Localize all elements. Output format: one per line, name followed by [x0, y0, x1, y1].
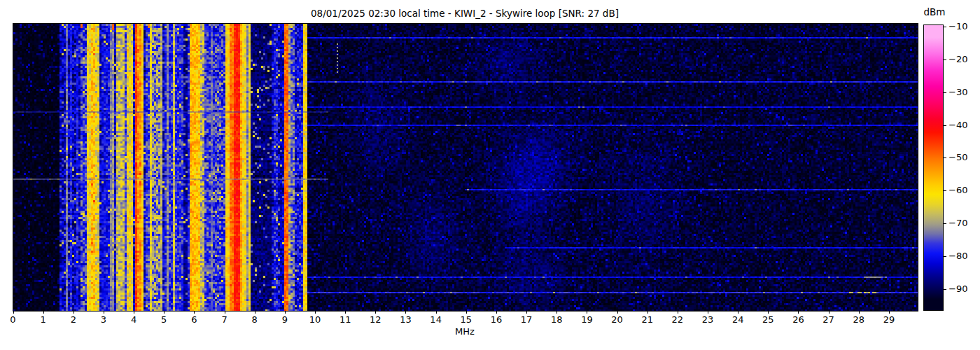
x-tick-label: 14	[427, 314, 445, 325]
x-tick-label: 13	[396, 314, 414, 325]
colorbar-tick-mark	[944, 223, 946, 224]
x-tick-mark	[436, 311, 437, 314]
x-tick-mark	[466, 311, 467, 314]
x-tick-mark	[617, 311, 618, 314]
x-tick-mark	[345, 311, 346, 314]
x-tick-label: 0	[4, 314, 22, 325]
x-tick-label: 18	[547, 314, 566, 325]
colorbar-tick-label: −90	[948, 284, 978, 295]
x-tick-mark	[889, 311, 890, 314]
colorbar-tick-mark	[944, 158, 946, 158]
x-tick-mark	[798, 311, 799, 314]
x-tick-label: 6	[185, 314, 203, 325]
x-tick-label: 29	[880, 314, 898, 325]
x-tick-label: 2	[64, 314, 83, 325]
colorbar	[923, 24, 944, 311]
colorbar-tick-label: −60	[948, 185, 978, 196]
x-tick-label: 11	[336, 314, 354, 325]
x-tick-label: 28	[850, 314, 868, 325]
x-tick-mark	[104, 311, 104, 314]
x-tick-label: 25	[759, 314, 777, 325]
x-tick-mark	[375, 311, 376, 314]
colorbar-tick-label: −50	[948, 152, 978, 163]
x-axis-label: MHz	[13, 326, 917, 337]
x-tick-mark	[496, 311, 497, 314]
colorbar-label: dBm	[913, 6, 955, 18]
x-tick-label: 16	[487, 314, 505, 325]
x-tick-mark	[556, 311, 557, 314]
x-tick-label: 7	[216, 314, 234, 325]
colorbar-tick-mark	[944, 27, 946, 27]
x-tick-label: 21	[638, 314, 657, 325]
x-tick-mark	[678, 311, 678, 314]
x-tick-label: 10	[306, 314, 324, 325]
x-tick-label: 17	[517, 314, 536, 325]
x-tick-mark	[768, 311, 769, 314]
x-tick-label: 8	[246, 314, 264, 325]
x-tick-mark	[225, 311, 225, 314]
x-tick-mark	[134, 311, 134, 314]
x-tick-label: 3	[94, 314, 113, 325]
x-tick-mark	[194, 311, 195, 314]
chart-title: 08/01/2025 02:30 local time - KIWI_2 - S…	[13, 8, 917, 19]
x-tick-mark	[255, 311, 255, 314]
x-tick-mark	[405, 311, 406, 314]
x-tick-label: 12	[366, 314, 384, 325]
colorbar-tick-label: −10	[948, 21, 978, 32]
x-tick-label: 15	[457, 314, 475, 325]
colorbar-tick-label: −30	[948, 87, 978, 98]
x-tick-label: 23	[699, 314, 717, 325]
x-tick-mark	[43, 311, 44, 314]
x-tick-label: 4	[125, 314, 143, 325]
x-tick-mark	[315, 311, 316, 314]
waterfall-heatmap-canvas	[13, 24, 918, 311]
plot-area	[13, 23, 918, 312]
colorbar-tick-mark	[944, 59, 946, 60]
colorbar-tick-mark	[944, 125, 946, 126]
x-tick-label: 24	[729, 314, 747, 325]
x-tick-mark	[738, 311, 738, 314]
colorbar-tick-label: −80	[948, 251, 978, 262]
colorbar-tick-mark	[944, 92, 946, 93]
x-tick-label: 26	[789, 314, 807, 325]
spectrogram-figure: 08/01/2025 02:30 local time - KIWI_2 - S…	[0, 0, 980, 350]
x-tick-mark	[74, 311, 74, 314]
x-tick-mark	[648, 311, 648, 314]
x-tick-label: 1	[34, 314, 52, 325]
colorbar-tick-label: −40	[948, 120, 978, 131]
colorbar-tick-label: −20	[948, 54, 978, 65]
x-tick-mark	[164, 311, 164, 314]
colorbar-tick-label: −70	[948, 218, 978, 229]
x-tick-mark	[708, 311, 708, 314]
x-tick-mark	[526, 311, 527, 314]
colorbar-tick-mark	[944, 256, 946, 257]
x-tick-label: 5	[155, 314, 173, 325]
x-tick-mark	[285, 311, 286, 314]
x-tick-label: 19	[578, 314, 596, 325]
colorbar-tick-mark	[944, 289, 946, 290]
x-tick-mark	[13, 311, 14, 314]
x-tick-mark	[587, 311, 587, 314]
colorbar-tick-mark	[944, 190, 946, 191]
x-tick-label: 9	[276, 314, 294, 325]
x-tick-label: 20	[608, 314, 626, 325]
x-tick-mark	[859, 311, 860, 314]
x-tick-label: 22	[668, 314, 687, 325]
x-tick-label: 27	[820, 314, 838, 325]
x-tick-mark	[829, 311, 830, 314]
